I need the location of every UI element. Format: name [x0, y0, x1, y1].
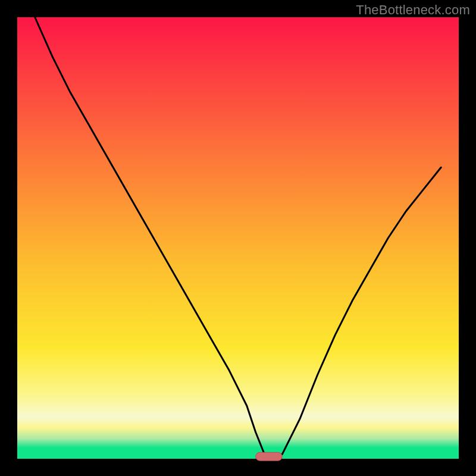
chart-svg — [0, 0, 476, 476]
chart-frame: TheBottleneck.com — [0, 0, 476, 476]
plot-background — [17, 17, 459, 459]
optimal-marker — [256, 452, 283, 461]
attribution-label: TheBottleneck.com — [356, 2, 470, 18]
